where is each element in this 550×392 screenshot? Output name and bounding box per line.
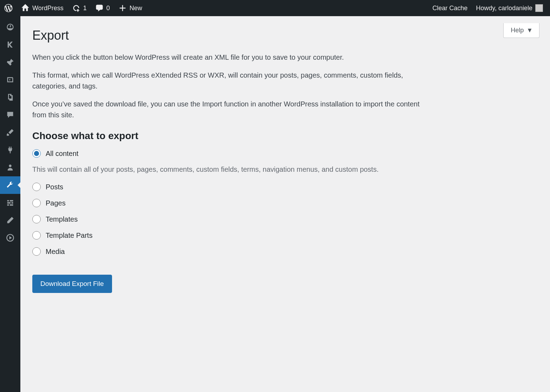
option-templates[interactable]: Templates [32,215,539,223]
comment-icon [6,111,14,119]
clear-cache-link[interactable]: Clear Cache [428,0,472,16]
wp-logo[interactable] [0,0,17,16]
new-content-link[interactable]: New [114,0,146,16]
radio-all-content[interactable] [32,149,41,158]
sidebar-plugins[interactable] [0,141,20,159]
dashboard-icon [6,23,14,31]
sidebar-edit[interactable] [0,211,20,229]
comments-count: 0 [106,5,110,12]
sidebar-kinsta[interactable] [0,36,20,53]
comments-link[interactable]: 0 [91,0,114,16]
k-icon [6,40,14,49]
label-media[interactable]: Media [46,248,65,256]
sidebar-pages[interactable] [0,89,20,106]
chevron-down-icon: ▼ [526,27,533,34]
label-all-content[interactable]: All content [46,150,78,158]
radio-posts[interactable] [32,183,41,191]
tools-icon [6,181,14,189]
user-icon [6,163,14,172]
avatar [535,4,543,12]
radio-template-parts[interactable] [32,231,41,240]
site-home[interactable]: WordPress [17,0,68,16]
radio-media[interactable] [32,247,41,256]
howdy-account[interactable]: Howdy, carlodaniele [472,0,547,16]
radio-templates[interactable] [32,215,41,223]
updates-icon [72,4,80,12]
pin-icon [6,58,14,66]
label-pages[interactable]: Pages [46,199,66,207]
all-content-hint: This will contain all of your posts, pag… [32,165,433,174]
site-name: WordPress [32,5,64,12]
plugin-icon [6,146,14,154]
brush-icon [6,128,14,137]
sidebar-appearance[interactable] [0,124,20,141]
radio-pages[interactable] [32,199,41,207]
page-title: Export [32,23,539,46]
pages-icon [6,93,14,102]
option-pages[interactable]: Pages [32,199,539,207]
pencil-icon [6,216,14,224]
sidebar-settings[interactable] [0,194,20,211]
admin-sidebar [0,16,20,307]
option-media[interactable]: Media [32,247,539,256]
wordpress-icon [4,4,13,12]
sidebar-media[interactable] [0,71,20,89]
sidebar-posts[interactable] [0,53,20,71]
sidebar-dashboard[interactable] [0,18,20,36]
comments-icon [95,4,104,12]
export-desc-3: Once you’ve saved the download file, you… [32,99,433,120]
label-posts[interactable]: Posts [46,183,63,191]
media-icon [6,76,14,84]
export-desc-1: When you click the button below WordPres… [32,52,433,63]
sidebar-tools[interactable] [0,176,20,194]
choose-export-heading: Choose what to export [32,130,539,142]
help-tab[interactable]: Help ▼ [503,23,539,38]
sidebar-comments[interactable] [0,106,20,124]
option-all-content[interactable]: All content [32,149,539,158]
sidebar-users[interactable] [0,159,20,176]
download-export-button[interactable]: Download Export File [32,275,112,293]
label-templates[interactable]: Templates [46,215,78,223]
play-circle-icon [6,234,14,242]
new-label: New [130,5,142,12]
admin-bar: WordPress 1 0 New Clear Cache Howdy, car… [0,0,550,16]
page-wrap: Help ▼ Export When you click the button … [20,0,550,307]
plus-icon [118,4,127,12]
updates-count: 1 [83,5,87,12]
label-template-parts[interactable]: Template Parts [46,231,92,240]
updates-link[interactable]: 1 [68,0,91,16]
sidebar-play[interactable] [0,229,20,247]
option-posts[interactable]: Posts [32,183,539,191]
option-template-parts[interactable]: Template Parts [32,231,539,240]
home-icon [21,4,30,12]
settings-icon [6,198,14,207]
export-desc-2: This format, which we call WordPress eXt… [32,70,433,92]
